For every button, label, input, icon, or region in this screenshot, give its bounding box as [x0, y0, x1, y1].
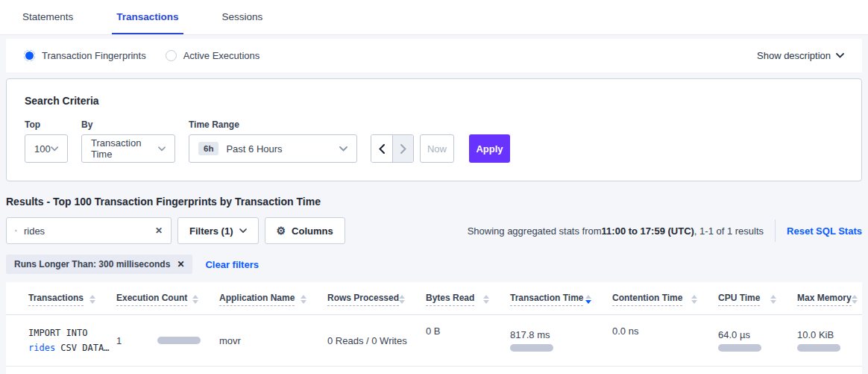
results-toolbar: ✕ Filters (1) ⚙ Columns Showing aggregat… — [6, 217, 862, 244]
filter-chip-label: Runs Longer Than: 300 milliseconds — [14, 259, 170, 269]
top-select[interactable]: 100 — [25, 134, 68, 163]
transaction-statement-line1: IMPORT INTO — [28, 325, 109, 340]
radio-label: Active Executions — [183, 50, 260, 61]
top-value: 100 — [34, 143, 51, 155]
bytes-read-cell: 0 B — [426, 325, 510, 337]
search-icon — [15, 225, 17, 236]
table-header-row: Transactions Execution Count Application… — [6, 284, 862, 315]
chevron-down-icon — [339, 146, 347, 152]
aggregated-stats-text: Showing aggregated stats from 11:00 to 1… — [468, 225, 764, 237]
cpu-time-cell: 64.0 µs — [718, 329, 797, 352]
transaction-statement-rest: CSV DATA… — [55, 343, 109, 353]
tab-sessions[interactable]: Sessions — [218, 0, 268, 34]
by-field: By Transaction Time — [81, 119, 175, 163]
remove-filter-icon[interactable]: ✕ — [177, 259, 184, 269]
radio-active-executions[interactable]: Active Executions — [166, 50, 260, 61]
radio-unselected-icon — [166, 50, 177, 61]
columns-button[interactable]: ⚙ Columns — [265, 217, 345, 244]
clear-search-icon[interactable]: ✕ — [155, 225, 163, 236]
column-header-contention-time[interactable]: Contention Time — [612, 293, 718, 306]
gear-icon: ⚙ — [277, 225, 286, 237]
search-box: ✕ — [6, 217, 172, 244]
chevron-left-icon — [379, 144, 385, 154]
contention-time-cell: 0.0 ns — [612, 325, 718, 337]
sort-icon[interactable] — [192, 295, 198, 304]
column-header-application-name[interactable]: Application Name — [219, 293, 327, 306]
transaction-statement-line2: rides CSV DATA… — [28, 340, 109, 355]
time-range-value: Past 6 Hours — [226, 143, 282, 155]
column-header-execution-count[interactable]: Execution Count — [116, 293, 219, 306]
tab-statements[interactable]: Statements — [18, 0, 78, 34]
column-label: Rows Processed — [327, 293, 399, 306]
time-step-group — [371, 134, 414, 163]
column-label: Bytes Read — [426, 293, 474, 306]
chevron-down-icon — [158, 146, 166, 152]
column-label: Transactions — [28, 293, 84, 306]
transaction-time-bar — [510, 344, 553, 352]
search-criteria-controls: Top 100 By Transaction Time Time Range 6… — [25, 119, 843, 163]
chevron-down-icon — [836, 53, 844, 58]
top-field: Top 100 — [25, 119, 68, 163]
column-header-rows-processed[interactable]: Rows Processed — [327, 293, 426, 306]
chevron-down-icon — [239, 228, 247, 233]
max-memory-bar — [797, 344, 840, 352]
filters-button[interactable]: Filters (1) — [177, 217, 259, 244]
radio-transaction-fingerprints[interactable]: Transaction Fingerprints — [24, 50, 146, 61]
apply-button[interactable]: Apply — [469, 134, 510, 163]
show-description-toggle[interactable]: Show description — [757, 50, 844, 61]
cpu-time-value: 64.0 µs — [718, 329, 790, 340]
radio-selected-icon — [24, 50, 35, 61]
column-label: CPU Time — [718, 293, 760, 306]
column-label: Application Name — [219, 293, 295, 306]
columns-label: Columns — [292, 225, 333, 237]
search-input[interactable] — [24, 225, 155, 237]
search-criteria-title: Search Criteria — [25, 95, 843, 107]
show-description-label: Show description — [757, 50, 831, 61]
time-range-field: Time Range 6h Past 6 Hours — [189, 119, 357, 163]
time-range-select[interactable]: 6h Past 6 Hours — [189, 134, 357, 163]
sort-icon[interactable] — [399, 295, 405, 304]
reset-sql-stats-link[interactable]: Reset SQL Stats — [787, 225, 862, 237]
filters-label: Filters (1) — [189, 225, 233, 237]
sort-icon[interactable] — [483, 295, 489, 304]
page-tabs: Statements Transactions Sessions — [0, 0, 868, 35]
sort-icon[interactable] — [301, 295, 306, 304]
column-label: Max Memory — [797, 293, 852, 306]
by-select[interactable]: Transaction Time — [81, 134, 175, 163]
top-label: Top — [25, 119, 68, 130]
column-label: Contention Time — [612, 293, 682, 306]
tab-transactions[interactable]: Transactions — [112, 0, 183, 34]
clear-filters-link[interactable]: Clear filters — [205, 259, 259, 270]
table-row[interactable]: IMPORT INTO rides CSV DATA… 1 movr 0 Rea… — [6, 315, 862, 367]
filter-chip-row: Runs Longer Than: 300 milliseconds ✕ Cle… — [6, 255, 862, 274]
sort-icon[interactable] — [691, 295, 697, 304]
column-label: Execution Count — [116, 293, 187, 306]
transaction-time-value: 817.8 ms — [510, 329, 605, 340]
time-step-back-button[interactable] — [371, 135, 392, 162]
search-match-highlight: rides — [28, 343, 55, 353]
stats-prefix: Showing aggregated stats from — [468, 225, 602, 237]
rows-processed-cell: 0 Reads / 0 Writes — [327, 335, 426, 346]
sort-icon-active-desc[interactable] — [585, 295, 591, 304]
sort-icon[interactable] — [89, 295, 95, 304]
transactions-table: Transactions Execution Count Application… — [6, 282, 862, 374]
time-range-label: Time Range — [189, 119, 357, 130]
column-header-transaction-time[interactable]: Transaction Time — [510, 293, 612, 306]
column-header-cpu-time[interactable]: CPU Time — [718, 293, 797, 306]
now-button[interactable]: Now — [420, 134, 454, 163]
sort-icon[interactable] — [852, 295, 858, 304]
time-step-forward-button[interactable] — [392, 135, 413, 162]
sort-icon[interactable] — [770, 295, 776, 304]
radio-label: Transaction Fingerprints — [42, 50, 146, 61]
transaction-fingerprint-cell[interactable]: IMPORT INTO rides CSV DATA… — [28, 325, 116, 355]
column-header-max-memory[interactable]: Max Memory — [797, 293, 868, 306]
cpu-time-bar — [718, 344, 761, 352]
transaction-time-cell: 817.8 ms — [510, 329, 612, 352]
results-heading: Results - Top 100 Transaction Fingerprin… — [6, 196, 862, 208]
column-header-transactions[interactable]: Transactions — [28, 293, 116, 306]
execution-count-bar — [157, 337, 201, 344]
chevron-down-icon — [51, 146, 58, 152]
application-name-cell: movr — [219, 335, 327, 346]
column-header-bytes-read[interactable]: Bytes Read — [426, 293, 510, 306]
search-criteria-card: Search Criteria Top 100 By Transaction T… — [6, 78, 862, 181]
